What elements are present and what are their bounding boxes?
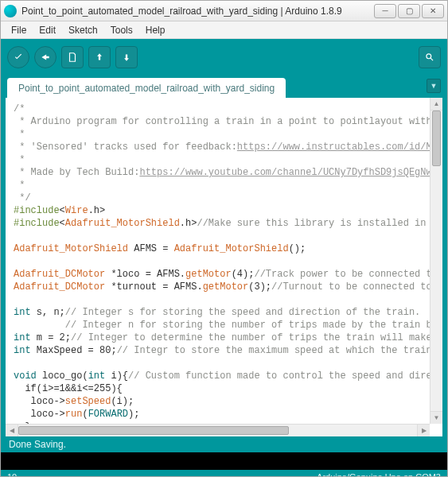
new-button[interactable] — [61, 46, 84, 68]
serial-monitor-button[interactable] — [419, 46, 441, 68]
vertical-scroll-thumb[interactable] — [432, 111, 441, 166]
titlebar: Point_to_point_automated_model_railroad_… — [1, 1, 447, 21]
footer-bar: 10 Arduino/Genuino Uno on COM3 — [1, 470, 447, 477]
toolbar — [1, 39, 447, 76]
close-button[interactable]: ✕ — [422, 4, 444, 18]
vertical-scrollbar[interactable]: ▲ ▼ — [430, 98, 442, 424]
menu-sketch[interactable]: Sketch — [63, 23, 103, 37]
minimize-button[interactable]: ─ — [374, 4, 396, 18]
board-info: Arduino/Genuino Uno on COM3 — [317, 472, 441, 477]
verify-button[interactable] — [7, 46, 29, 68]
tabstrip: Point_to_point_automated_model_railroad_… — [1, 76, 447, 98]
svg-point-0 — [427, 54, 431, 59]
menu-file[interactable]: File — [6, 23, 32, 37]
open-button[interactable] — [88, 46, 111, 68]
scroll-down-icon[interactable]: ▼ — [430, 411, 442, 424]
console-output[interactable] — [1, 452, 447, 470]
code-editor[interactable]: /* * Arduino program for controlling a t… — [6, 98, 442, 436]
horizontal-scroll-thumb[interactable] — [18, 426, 289, 435]
menu-tools[interactable]: Tools — [105, 23, 138, 37]
upload-button[interactable] — [34, 46, 56, 68]
menubar: File Edit Sketch Tools Help — [1, 21, 447, 39]
horizontal-scrollbar[interactable]: ◀ ▶ — [6, 424, 430, 436]
scroll-up-icon[interactable]: ▲ — [430, 98, 442, 111]
save-button[interactable] — [115, 46, 138, 68]
menu-edit[interactable]: Edit — [33, 23, 61, 37]
scroll-right-icon[interactable]: ▶ — [417, 425, 430, 436]
status-message: Done Saving. — [9, 439, 66, 450]
window-controls: ─ ▢ ✕ — [374, 4, 444, 18]
scroll-left-icon[interactable]: ◀ — [6, 425, 18, 436]
maximize-button[interactable]: ▢ — [398, 4, 420, 18]
menu-help[interactable]: Help — [140, 23, 171, 37]
line-number: 10 — [7, 472, 17, 477]
tab-menu-button[interactable]: ▼ — [427, 79, 441, 93]
arduino-icon — [4, 5, 17, 17]
tab-sketch[interactable]: Point_to_point_automated_model_railroad_… — [7, 78, 286, 99]
window-title: Point_to_point_automated_model_railroad_… — [21, 6, 374, 17]
editor-area: /* * Arduino program for controlling a t… — [1, 98, 447, 436]
status-bar: Done Saving. — [1, 436, 447, 452]
